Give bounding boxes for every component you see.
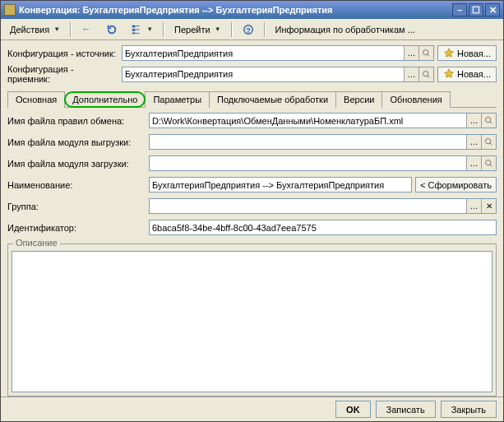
app-icon — [4, 4, 16, 16]
search-button[interactable] — [481, 156, 496, 170]
export-module-label: Имя файла модуля выгрузки: — [7, 137, 146, 147]
separator — [264, 22, 266, 37]
clear-button[interactable]: ✕ — [481, 199, 496, 213]
source-config-input[interactable]: … — [122, 45, 434, 61]
select-button[interactable]: … — [466, 114, 481, 128]
export-module-field[interactable] — [150, 135, 466, 149]
search-icon — [484, 116, 493, 125]
chevron-down-icon: ▼ — [146, 26, 153, 33]
id-field[interactable] — [150, 220, 496, 234]
form-rows: Имя файла правил обмена: … Имя файла мод… — [7, 113, 497, 239]
name-field[interactable] — [150, 178, 411, 192]
rules-file-input[interactable]: … — [149, 113, 497, 128]
tab-main[interactable]: Основная — [7, 91, 65, 108]
target-config-field[interactable] — [123, 67, 404, 81]
minimize-button[interactable]: – — [452, 3, 467, 16]
id-row: Идентификатор: — [7, 220, 497, 235]
select-button[interactable]: … — [466, 135, 481, 149]
select-button[interactable]: … — [466, 199, 481, 213]
window: Конвертация: БухгалтерияПредприятия --> … — [0, 0, 504, 422]
actions-label: Действия — [10, 25, 49, 35]
search-button[interactable] — [418, 46, 433, 60]
id-label: Идентификатор: — [7, 223, 146, 233]
arrow-left-icon: ← — [81, 24, 93, 35]
new-source-label: Новая... — [457, 49, 491, 58]
svg-point-7 — [486, 118, 491, 123]
goto-label: Перейти — [174, 25, 210, 35]
name-label: Наименование: — [7, 180, 146, 190]
import-module-field[interactable] — [150, 156, 466, 170]
search-button[interactable] — [481, 114, 496, 128]
select-button[interactable]: … — [404, 46, 418, 60]
separator — [70, 22, 72, 37]
target-config-label: Конфигурация - приемник: — [7, 64, 118, 84]
group-field[interactable] — [150, 199, 466, 213]
window-title: Конвертация: БухгалтерияПредприятия --> … — [19, 5, 451, 15]
target-config-input[interactable]: … — [122, 67, 434, 82]
help-icon: ? — [243, 24, 254, 35]
toolbar: Действия ▼ ← ▼ Перейти ▼ ? Информация по… — [1, 19, 503, 40]
tab-plugins[interactable]: Подключаемые обработки — [209, 91, 336, 108]
footer: OK Записать Закрыть — [1, 396, 503, 421]
separator — [231, 22, 233, 37]
svg-point-6 — [423, 71, 428, 76]
description-fieldset: Описание — [7, 243, 497, 396]
tab-additional[interactable]: Дополнительно — [64, 91, 146, 108]
import-module-input[interactable]: … — [149, 155, 497, 171]
star-icon — [443, 48, 455, 59]
tab-params[interactable]: Параметры — [145, 91, 210, 108]
search-button[interactable] — [481, 135, 496, 149]
refresh-button[interactable] — [100, 21, 123, 38]
export-module-input[interactable]: … — [149, 134, 497, 150]
select-button[interactable]: … — [404, 67, 418, 81]
svg-rect-0 — [132, 25, 136, 27]
tree-button[interactable]: ▼ — [125, 21, 159, 38]
new-target-label: Новая... — [457, 69, 491, 79]
chevron-down-icon: ▼ — [215, 26, 221, 33]
search-button[interactable] — [418, 67, 433, 81]
form-button[interactable]: < Сформировать — [415, 177, 497, 192]
select-button[interactable]: … — [466, 156, 481, 170]
group-label: Группа: — [7, 202, 146, 211]
separator — [163, 22, 164, 37]
group-input[interactable]: … ✕ — [149, 198, 497, 214]
source-config-row: Конфигурация - источник: … Новая... — [7, 45, 497, 61]
new-target-button[interactable]: Новая... — [437, 67, 497, 82]
titlebar: Конвертация: БухгалтерияПредприятия --> … — [1, 1, 503, 19]
handlers-info-label: Информация по обработчикам ... — [275, 25, 415, 35]
back-button[interactable]: ← — [76, 21, 99, 38]
new-source-button[interactable]: Новая... — [437, 45, 497, 61]
target-config-row: Конфигурация - приемник: … Новая... — [7, 64, 497, 84]
tab-updates[interactable]: Обновления — [381, 91, 450, 108]
svg-point-9 — [486, 160, 491, 165]
name-input[interactable] — [149, 177, 412, 192]
svg-point-8 — [486, 139, 491, 144]
tab-versions[interactable]: Версии — [335, 91, 382, 108]
save-button[interactable]: Записать — [376, 401, 436, 418]
group-row: Группа: … ✕ — [7, 198, 497, 214]
tabs: Основная Дополнительно Параметры Подключ… — [7, 90, 497, 108]
ok-button[interactable]: OK — [335, 401, 371, 418]
rules-file-field[interactable] — [150, 114, 466, 128]
id-input[interactable] — [149, 220, 497, 235]
search-icon — [422, 70, 431, 79]
svg-rect-2 — [132, 32, 136, 34]
handlers-info-button[interactable]: Информация по обработчикам ... — [270, 21, 421, 38]
tree-icon — [131, 24, 142, 35]
actions-menu[interactable]: Действия ▼ — [4, 21, 66, 38]
close-button[interactable]: Закрыть — [441, 401, 497, 418]
search-icon — [422, 49, 431, 58]
import-module-label: Имя файла модуля загрузки: — [7, 159, 146, 169]
content: Конфигурация - источник: … Новая... Конф… — [1, 40, 503, 396]
refresh-icon — [106, 24, 118, 35]
help-button[interactable]: ? — [237, 21, 260, 38]
description-textarea[interactable] — [12, 251, 492, 392]
star-icon — [443, 68, 455, 80]
goto-menu[interactable]: Перейти ▼ — [169, 21, 227, 38]
description-legend: Описание — [13, 238, 60, 248]
maximize-button[interactable]: ☐ — [469, 3, 483, 16]
close-window-button[interactable]: ✕ — [485, 3, 500, 16]
name-row: Наименование: < Сформировать — [7, 177, 497, 192]
source-config-field[interactable] — [123, 46, 404, 60]
source-config-label: Конфигурация - источник: — [7, 49, 118, 58]
